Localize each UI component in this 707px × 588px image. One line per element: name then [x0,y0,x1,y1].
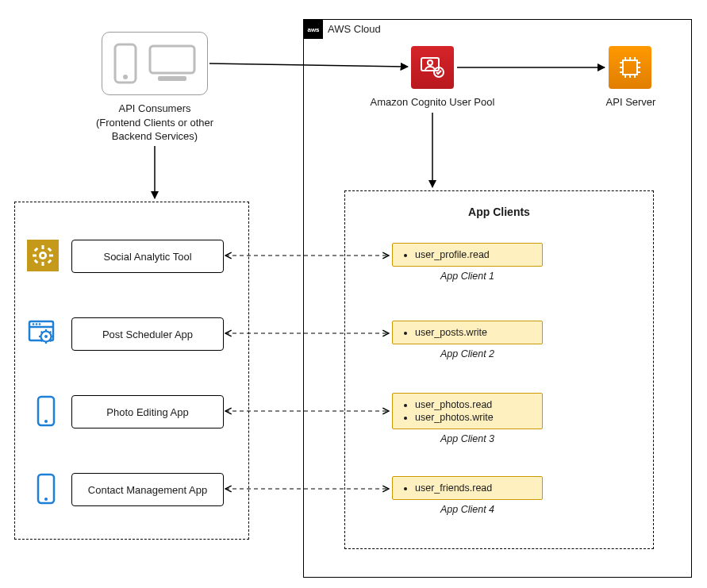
svg-rect-21 [42,245,44,249]
scope-item: user_photos.write [415,411,536,424]
svg-point-33 [36,323,38,325]
scope-list-3: user_photos.read user_photos.write [398,398,536,424]
scope-list-4: user_friends.read [398,482,536,494]
svg-point-34 [39,323,41,325]
svg-point-29 [41,254,44,257]
desktop-icon [147,43,198,84]
scope-list-1: user_profile.read [398,248,536,261]
scope-card-4: user_friends.read [392,476,543,500]
svg-rect-24 [49,255,53,257]
scope-item: user_friends.read [415,482,536,494]
app-client-name-2: App Client 2 [392,348,543,359]
svg-rect-25 [34,248,39,252]
phone-icon-blue [30,395,62,427]
api-server-icon [609,46,651,89]
gear-icon [27,240,59,271]
cognito-icon [411,46,454,89]
svg-rect-23 [33,255,37,257]
svg-line-44 [50,340,52,342]
scope-item: user_posts.write [415,326,536,339]
svg-rect-27 [34,259,39,264]
svg-line-43 [41,340,43,342]
aws-logo-badge: aws [304,20,323,39]
scope-list-2: user_posts.write [398,326,536,339]
svg-point-5 [428,60,432,65]
phone-icon [112,43,139,84]
svg-point-36 [44,335,48,338]
api-consumers-title: API Consumers [79,102,230,116]
consumer-label-3: Photo Editing App [71,395,224,429]
svg-point-48 [44,498,48,501]
svg-rect-28 [48,259,52,264]
cognito-label: Amazon Cognito User Pool [357,95,508,110]
svg-rect-2 [150,46,194,73]
svg-rect-22 [42,262,44,266]
svg-rect-7 [623,60,637,75]
diagram-canvas: aws AWS Cloud API Consumers (Frontend Cl… [0,0,707,588]
svg-line-42 [50,332,52,333]
scope-item: user_photos.read [415,398,536,411]
svg-point-1 [123,75,128,79]
svg-line-41 [41,332,43,333]
api-server-label: API Server [587,95,674,110]
api-consumers-subtitle-1: (Frontend Clients or other [79,116,230,130]
svg-rect-26 [48,248,52,252]
svg-point-32 [33,323,35,325]
app-client-name-1: App Client 1 [392,271,543,282]
scope-card-3: user_photos.read user_photos.write [392,393,543,429]
consumer-label-4: Contact Management App [71,473,224,506]
consumer-label-2: Post Scheduler App [71,317,224,351]
app-client-name-4: App Client 4 [392,504,543,515]
scope-item: user_profile.read [415,248,536,261]
app-clients-title: App Clients [345,206,653,218]
browser-gear-icon [27,317,59,349]
aws-logo-text: aws [307,26,319,33]
consumer-label-1: Social Analytic Tool [71,240,224,273]
api-consumers-label: API Consumers (Frontend Clients or other… [79,102,230,144]
scope-card-1: user_profile.read [392,243,543,267]
api-consumers-subtitle-2: Backend Services) [79,129,230,144]
svg-rect-3 [158,76,186,81]
scope-card-2: user_posts.write [392,321,543,344]
svg-point-46 [44,420,48,423]
phone-icon-blue-2 [30,473,62,505]
api-consumers-devices [102,32,208,95]
app-client-name-3: App Client 3 [392,433,543,444]
aws-cloud-title: AWS Cloud [328,23,381,35]
